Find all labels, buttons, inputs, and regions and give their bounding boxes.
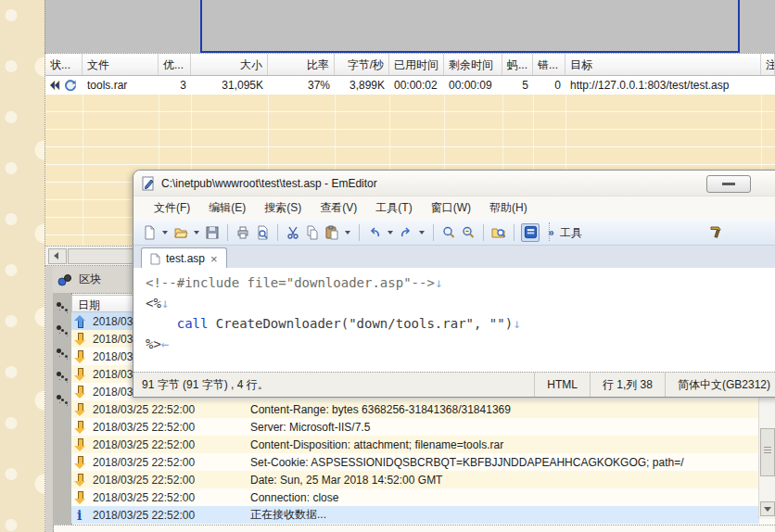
hammer-tools-icon[interactable]	[708, 223, 725, 243]
emeditor-statusbar: 91 字节 (91 字节) , 4 行。 HTML 行 1,列 38 简体中文(…	[133, 372, 775, 397]
cell-remaining: 00:00:09	[444, 79, 502, 92]
netants-main-window: 状... 文件 优... 大小 比率 字节/秒 已用时间 剩余时间 蚂... 错…	[0, 0, 775, 532]
status-cursor-position[interactable]: 行 1,列 38	[590, 373, 665, 397]
log-row-icon	[73, 437, 87, 452]
menu-search[interactable]: 搜索(S)	[255, 200, 311, 216]
minimize-button[interactable]	[706, 175, 751, 193]
download-row-tools-rar[interactable]: tools.rar 3 31,095K 37% 3,899K 00:00:02 …	[45, 76, 775, 95]
log-date: 2018/03/25 22:52:00	[93, 491, 250, 504]
log-row-icon	[73, 489, 87, 505]
paste-dropdown[interactable]	[345, 231, 350, 234]
log-row-icon	[73, 384, 87, 399]
log-row[interactable]: 2018/03/25 22:52:00Date: Sun, 25 Mar 201…	[71, 471, 759, 488]
save-icon[interactable]	[204, 224, 221, 241]
menu-window[interactable]: 窗口(W)	[422, 200, 480, 216]
log-vscrollbar[interactable]	[758, 396, 775, 519]
highlight-box-left-edge	[200, 0, 202, 53]
col-errors[interactable]: 错...	[533, 54, 565, 75]
cell-size: 31,095K	[191, 79, 268, 92]
open-file-dropdown[interactable]	[194, 231, 199, 234]
find-next-icon[interactable]	[460, 224, 476, 241]
code-line-2: <%↓	[146, 293, 775, 313]
col-target[interactable]: 目标	[565, 54, 761, 75]
copy-icon[interactable]	[304, 224, 321, 241]
print-icon[interactable]	[235, 224, 251, 241]
log-row[interactable]: 2018/03/25 22:52:00Content-Range: bytes …	[71, 400, 759, 418]
log-message: Date: Sun, 25 Mar 2018 14:52:00 GMT	[250, 474, 759, 487]
top-panel	[44, 0, 775, 53]
vscroll-down-arrow[interactable]	[760, 501, 775, 516]
col-speed[interactable]: 字节/秒	[335, 54, 389, 75]
col-priority[interactable]: 优...	[159, 54, 191, 75]
menu-file[interactable]: 文件(F)	[145, 200, 199, 216]
emeditor-titlebar[interactable]: C:\inetpub\wwwroot\test\test.asp - EmEdi…	[133, 171, 775, 196]
window-title: C:\inetpub\wwwroot\test\test.asp - EmEdi…	[161, 177, 377, 190]
emeditor-menubar: 文件(F) 编辑(E) 搜索(S) 查看(V) 工具(T) 窗口(W) 帮助(H…	[133, 196, 775, 220]
status-encoding[interactable]: 简体中文(GB2312)	[665, 373, 775, 397]
log-row-icon	[73, 454, 87, 470]
log-row[interactable]: 2018/03/25 22:52:00Connection: close	[71, 488, 759, 506]
code-line-4: %>←	[146, 334, 775, 354]
log-row[interactable]: 2018/03/25 22:52:00Content-Disposition: …	[71, 436, 759, 453]
col-file[interactable]: 文件	[83, 54, 159, 75]
menu-tools[interactable]: 工具(T)	[366, 200, 421, 216]
document-icon	[150, 253, 160, 265]
cell-priority: 3	[159, 79, 191, 92]
status-doc-type[interactable]: HTML	[534, 373, 590, 397]
open-file-icon[interactable]	[172, 224, 189, 241]
log-message: Content-Range: bytes 6368256-31841368/31…	[250, 403, 759, 416]
log-date: 2018/03/25 22:52:00	[93, 456, 250, 469]
find-in-files-icon[interactable]	[490, 224, 507, 241]
ant-icon	[55, 347, 70, 361]
emeditor-toolbar: » 工具	[133, 220, 775, 246]
col-elapsed[interactable]: 已用时间	[389, 54, 444, 75]
log-message: Connection: close	[250, 491, 759, 504]
undo-icon[interactable]	[366, 224, 383, 241]
panel-toggle-icon[interactable]	[521, 223, 540, 242]
col-size[interactable]: 大小	[191, 54, 268, 75]
log-date: 2018/03/25 22:52:00	[93, 438, 250, 451]
log-row-icon	[73, 419, 87, 435]
log-message: Set-Cookie: ASPSESSIONIDQSBCRBQT=KBFBJJN…	[250, 456, 759, 469]
find-icon[interactable]	[440, 224, 457, 241]
col-ants[interactable]: 蚂...	[502, 54, 533, 75]
redo-dropdown[interactable]	[419, 231, 425, 234]
col-note[interactable]: 注...	[761, 54, 775, 75]
log-row-icon	[73, 366, 87, 382]
code-line-3: call CreateDownloader("down/tools.rar", …	[146, 313, 775, 334]
menu-edit[interactable]: 编辑(E)	[199, 200, 255, 216]
vscroll-thumb[interactable]	[760, 428, 775, 476]
print-preview-icon[interactable]	[254, 224, 271, 241]
paste-icon[interactable]	[324, 224, 340, 241]
panel-bottom-border	[53, 525, 775, 526]
downloading-spinner-icon	[63, 78, 78, 93]
col-remaining[interactable]: 剩余时间	[444, 54, 502, 75]
log-row-icon	[73, 313, 87, 329]
ant-icon	[55, 393, 70, 407]
tools-toolbar-label: 工具	[560, 225, 582, 241]
editor-text-area[interactable]: <!--#include file="downloader.asp"-->↓ <…	[133, 268, 775, 372]
log-row-icon	[73, 401, 87, 417]
log-row-icon	[73, 331, 87, 347]
hscroll-left-arrow[interactable]	[48, 248, 67, 264]
new-file-icon[interactable]	[141, 224, 158, 241]
cell-elapsed: 00:00:02	[389, 79, 444, 92]
log-row[interactable]: 2018/03/25 22:52:00Server: Microsoft-IIS…	[71, 418, 759, 436]
log-row[interactable]: 2018/03/25 22:52:00Set-Cookie: ASPSESSIO…	[71, 453, 759, 471]
cell-ants: 5	[502, 79, 533, 92]
redo-icon[interactable]	[398, 224, 414, 241]
col-status[interactable]: 状...	[45, 54, 83, 75]
tab-close-icon[interactable]: ×	[210, 253, 218, 265]
menu-view[interactable]: 查看(V)	[311, 200, 366, 216]
log-row[interactable]: 2018/03/25 22:52:00正在接收数据...	[71, 506, 759, 524]
undo-dropdown[interactable]	[388, 231, 393, 234]
tab-test-asp[interactable]: test.asp ×	[141, 247, 227, 269]
cut-icon[interactable]	[285, 224, 301, 241]
emeditor-tabbar: test.asp ×	[133, 246, 775, 270]
log-message: 正在接收数据...	[250, 507, 759, 523]
download-list-header: 状... 文件 优... 大小 比率 字节/秒 已用时间 剩余时间 蚂... 错…	[45, 54, 775, 76]
col-ratio[interactable]: 比率	[268, 54, 335, 75]
menu-help[interactable]: 帮助(H)	[480, 200, 537, 216]
new-file-dropdown[interactable]	[162, 231, 168, 234]
tab-blocks-label[interactable]: 区块	[79, 272, 101, 287]
